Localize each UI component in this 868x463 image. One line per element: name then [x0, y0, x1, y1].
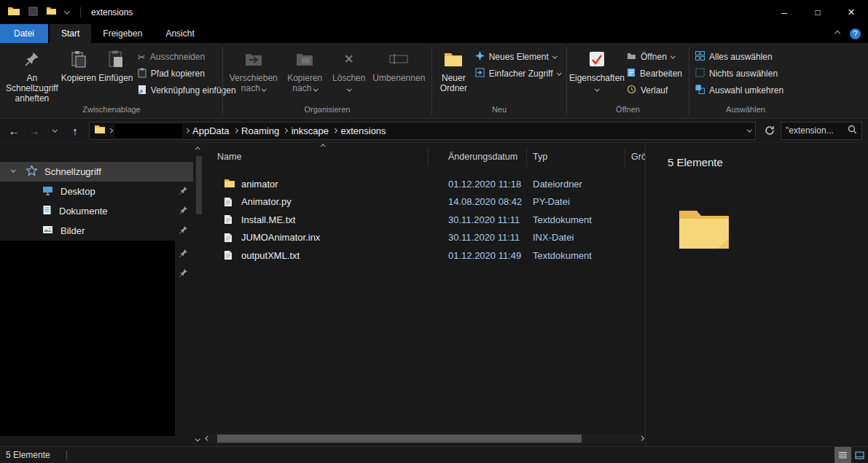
copy-button[interactable]: Kopieren [60, 45, 97, 104]
file-type: Textdokument [533, 250, 642, 261]
easy-access-icon [475, 68, 485, 79]
delete-button[interactable]: × Löschen [329, 45, 370, 104]
rename-button[interactable]: Umbenennen [370, 45, 429, 104]
breadcrumb-extensions[interactable]: extensions [339, 125, 387, 136]
tab-freigeben[interactable]: Freigeben [91, 24, 154, 43]
file-row-animator[interactable]: animator 01.12.2020 11:18 Dateiordner [205, 175, 645, 193]
qat-properties-icon[interactable] [28, 7, 38, 18]
open-button[interactable]: Öffnen [624, 50, 685, 64]
preview-item-count: 5 Elemente [668, 156, 868, 168]
qat-customize-chevron-icon[interactable] [64, 8, 70, 14]
minimize-ribbon-icon[interactable] [834, 31, 840, 36]
horizontal-scrollbar[interactable] [206, 433, 643, 444]
address-history-chevron[interactable] [747, 127, 751, 131]
file-type: INX-Datei [533, 232, 642, 243]
scroll-up-icon[interactable] [195, 147, 200, 152]
delete-icon: × [344, 48, 353, 70]
breadcrumb-inkscape[interactable]: inkscape [290, 125, 330, 136]
file-row-outputxml[interactable]: outputXML.txt 01.12.2020 11:49 Textdokum… [205, 246, 645, 265]
recent-locations-chevron[interactable] [45, 121, 64, 140]
column-header-name[interactable]: Name [205, 147, 429, 166]
scrollbar-thumb[interactable] [217, 435, 582, 443]
refresh-button[interactable] [760, 121, 779, 140]
file-date: 30.11.2020 11:11 [448, 232, 533, 243]
file-icon [224, 214, 235, 225]
details-view-button[interactable] [834, 447, 851, 463]
column-header-type[interactable]: Typ [527, 147, 625, 166]
search-input[interactable]: "extension... [781, 122, 862, 140]
main-content: Schnellzugriff Desktop Dokumente [0, 143, 868, 446]
copy-icon [71, 48, 86, 70]
status-item-count: 5 Elemente [6, 450, 50, 460]
easy-access-button[interactable]: Einfacher Zugriff [472, 66, 563, 81]
file-date: 14.08.2020 08:42 [448, 196, 533, 207]
close-button[interactable]: × [834, 0, 868, 24]
ribbon-group-new: Neuer Ordner Neues Element Ein [433, 44, 566, 118]
breadcrumb-roaming[interactable]: Roaming [240, 125, 281, 136]
file-row-animator-py[interactable]: Animator.py 14.08.2020 08:42 PY-Datei [205, 193, 645, 211]
crumb-separator-icon [108, 128, 112, 133]
column-header-size[interactable]: Größe [625, 147, 645, 166]
address-field[interactable]: AppData Roaming inkscape extensions [89, 122, 756, 140]
sidebar-item-pictures[interactable]: Bilder [0, 221, 193, 241]
sidebar-item-quick-access[interactable]: Schnellzugriff [0, 162, 193, 182]
forward-button[interactable]: → [25, 121, 44, 140]
invert-selection-label: Auswahl umkehren [709, 85, 783, 96]
large-icons-view-button[interactable] [851, 447, 868, 463]
tab-datei[interactable]: Datei [0, 24, 48, 43]
column-header-date[interactable]: Änderungsdatum [429, 147, 527, 166]
invert-selection-icon [695, 85, 705, 96]
expander-icon[interactable] [11, 168, 15, 172]
scroll-right-icon[interactable] [639, 436, 644, 440]
pin-icon [179, 268, 188, 280]
select-none-icon [695, 68, 705, 79]
move-to-button[interactable]: Verschieben nach [226, 45, 281, 104]
edit-button[interactable]: Bearbeiten [624, 66, 685, 81]
tab-start[interactable]: Start [50, 24, 91, 43]
sidebar-item-documents[interactable]: Dokumente [0, 201, 193, 221]
copy-path-icon [138, 68, 146, 80]
select-none-button[interactable]: Nichts auswählen [692, 66, 786, 81]
status-separator [66, 451, 67, 459]
properties-button[interactable]: Eigenschaften [570, 45, 624, 104]
scroll-down-icon[interactable] [195, 436, 200, 440]
window-title: extensions [91, 7, 133, 17]
scrollbar-thumb[interactable] [196, 156, 202, 214]
file-row-jumoanimator[interactable]: JUMOAnimator.inx 30.11.2020 11:11 INX-Da… [205, 229, 645, 247]
paste-shortcut-icon [138, 85, 146, 97]
quick-access-toolbar [0, 6, 84, 18]
up-button[interactable]: ↑ [66, 121, 85, 140]
pin-icon [179, 225, 188, 237]
ribbon-separator [222, 47, 223, 115]
qat-new-folder-icon[interactable] [46, 7, 57, 17]
pin-to-quick-access-label: An Schnellzugriff anheften [6, 73, 58, 104]
redacted-user-crumb [115, 124, 182, 138]
column-headers: Name Änderungsdatum Typ Größe [205, 147, 645, 166]
help-icon[interactable]: ? [850, 28, 861, 39]
documents-label: Dokumente [59, 206, 107, 217]
ribbon-tabstrip: Datei Start Freigeben Ansicht ? [0, 24, 868, 43]
pin-to-quick-access-button[interactable]: An Schnellzugriff anheften [4, 45, 60, 104]
paste-button[interactable]: Einfügen [97, 45, 135, 104]
file-name: JUMOAnimator.inx [241, 232, 448, 243]
scroll-left-icon[interactable] [206, 436, 210, 440]
tab-ansicht[interactable]: Ansicht [154, 24, 206, 43]
maximize-button[interactable]: □ [801, 0, 834, 24]
select-group-label: Auswählen [690, 104, 801, 118]
sidebar-item-desktop[interactable]: Desktop [0, 182, 193, 201]
minimize-button[interactable]: – [767, 0, 801, 24]
file-row-install-me[interactable]: Install.ME.txt 30.11.2020 11:11 Textdoku… [205, 211, 645, 229]
breadcrumb-appdata[interactable]: AppData [191, 125, 231, 136]
select-all-button[interactable]: Alles auswählen [692, 50, 786, 64]
move-to-chevron-icon [262, 86, 266, 90]
sidebar-scrollbar[interactable] [193, 143, 205, 446]
new-folder-button[interactable]: Neuer Ordner [435, 45, 472, 104]
history-button[interactable]: Verlauf [624, 83, 685, 98]
open-chevron-icon [670, 53, 675, 58]
invert-selection-button[interactable]: Auswahl umkehren [692, 83, 786, 98]
delete-chevron-icon [347, 86, 351, 90]
new-item-button[interactable]: Neues Element [472, 50, 563, 64]
open-icon [627, 52, 636, 62]
back-button[interactable]: ← [4, 121, 23, 140]
copy-to-button[interactable]: Kopieren nach [281, 45, 329, 104]
